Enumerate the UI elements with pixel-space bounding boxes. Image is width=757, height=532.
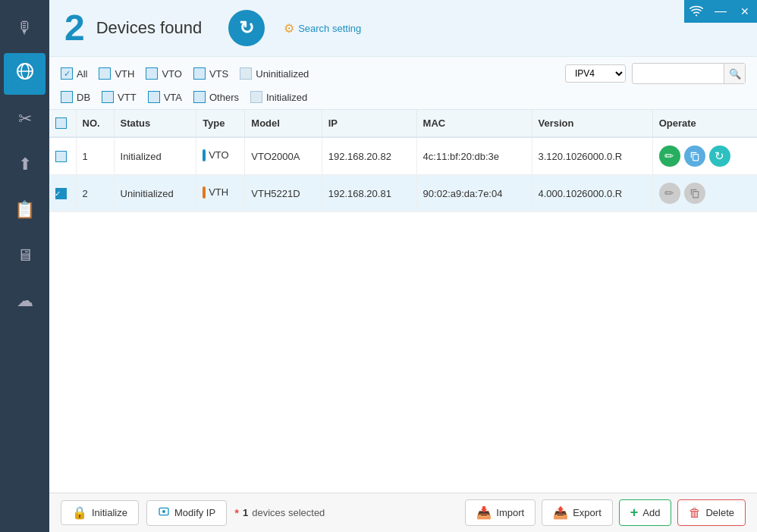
bottom-right-actions: 📥 Import 📤 Export + Add 🗑 Delete [465, 499, 746, 526]
filter-others[interactable]: Others [193, 91, 239, 103]
td-mac-2: 90:02:a9:da:7e:04 [416, 175, 532, 212]
delete-label: Delete [705, 507, 734, 518]
th-model: Model [245, 110, 322, 137]
search-button[interactable]: 🔍 [724, 64, 745, 83]
svg-rect-4 [693, 155, 698, 161]
main-content: 2 Devices found ↻ ⚙ Search setting — ✕ [49, 0, 757, 532]
copy-button-1[interactable] [684, 146, 705, 167]
td-version-1: 3.120.1026000.0.R [532, 137, 652, 175]
filter-db[interactable]: DB [61, 91, 90, 103]
filter-bar: All VTH VTO VTS Uninitialized IPV4 IPV6 [49, 57, 757, 91]
refresh-button[interactable]: ↻ [228, 10, 265, 46]
operate-btns-2: ✏ [659, 183, 751, 204]
sidebar-item-server[interactable]: 🖥 [4, 235, 46, 277]
th-type: Type [196, 110, 245, 137]
row-1-checkbox[interactable] [55, 151, 67, 162]
td-model-1: VTO2000A [245, 137, 322, 175]
import-label: Import [496, 507, 524, 518]
edit-button-2[interactable]: ✏ [659, 183, 680, 204]
filter-vta-label: VTA [164, 92, 182, 103]
type-label-2: VTH [209, 186, 228, 198]
select-all-checkbox[interactable] [55, 117, 67, 129]
row-2-checkbox[interactable]: ✓ [55, 188, 67, 199]
checkbox-others[interactable] [193, 91, 206, 103]
table-row: 1 Initialized VTO VTO2000A 192.168.20.82… [49, 137, 757, 175]
selected-count: 1 [243, 507, 248, 518]
filter-uninitialized-label: Uninitialized [256, 68, 309, 80]
filter-initialized-label: Initialized [266, 92, 307, 103]
filter-vts[interactable]: VTS [193, 67, 228, 80]
filter-all[interactable]: All [61, 67, 87, 80]
initialize-icon: 🔒 [72, 505, 87, 520]
td-status-2: Uninitialized [114, 175, 196, 212]
close-button[interactable]: ✕ [733, 0, 757, 23]
th-mac: MAC [416, 110, 532, 137]
delete-button[interactable]: 🗑 Delete [677, 499, 746, 526]
copy-icon: 📋 [14, 200, 35, 220]
window-controls: — ✕ [684, 0, 757, 23]
search-setting-button[interactable]: ⚙ Search setting [284, 21, 361, 36]
td-operate-2: ✏ [652, 175, 757, 212]
td-ip-1: 192.168.20.82 [322, 137, 416, 175]
checkbox-vta[interactable] [148, 91, 160, 103]
svg-rect-5 [693, 192, 698, 198]
checkbox-uninitialized[interactable] [240, 67, 252, 80]
initialize-button[interactable]: 🔒 Initialize [61, 500, 139, 525]
checkbox-vtt[interactable] [102, 91, 114, 103]
td-ip-2: 192.168.20.81 [322, 175, 416, 212]
selected-info: * 1 devices selected [234, 506, 325, 519]
refresh-button-1[interactable]: ↻ [709, 146, 730, 167]
checkbox-initialized[interactable] [250, 91, 262, 103]
modify-ip-label: Modify IP [174, 507, 215, 518]
filter-vta[interactable]: VTA [148, 91, 182, 103]
export-button[interactable]: 📤 Export [542, 499, 613, 526]
filter-uninitialized[interactable]: Uninitialized [240, 67, 309, 80]
filter-initialized[interactable]: Initialized [250, 91, 307, 103]
svg-point-3 [696, 14, 697, 16]
refresh-icon: ↻ [239, 17, 254, 39]
operate-btns-1: ✏ ↻ [659, 146, 751, 167]
checkbox-vth[interactable] [99, 67, 111, 80]
checkbox-all[interactable] [61, 67, 73, 80]
wifi-icon [684, 0, 708, 23]
cloud-upload-icon: ☁ [17, 291, 33, 311]
svg-point-7 [162, 510, 165, 513]
filter-vto[interactable]: VTO [146, 67, 182, 80]
td-checkbox-2: ✓ [49, 175, 76, 212]
search-magnifier-icon: 🔍 [729, 68, 741, 80]
sidebar-item-microphone[interactable]: 🎙 [4, 8, 46, 49]
sidebar-item-upload[interactable]: ⬆ [4, 144, 46, 186]
th-status: Status [114, 110, 196, 137]
server-icon: 🖥 [17, 246, 33, 265]
minimize-button[interactable]: — [708, 0, 733, 23]
sidebar-item-cloud[interactable]: ☁ [4, 280, 46, 322]
checkbox-vto[interactable] [146, 67, 158, 80]
export-label: Export [573, 507, 602, 518]
table-row: ✓ 2 Uninitialized VTH VTH5221D 192.168.2… [49, 175, 757, 212]
td-operate-1: ✏ ↻ [652, 137, 757, 175]
edit-button-1[interactable]: ✏ [659, 146, 680, 167]
checkbox-vts[interactable] [193, 67, 206, 80]
sidebar-item-network[interactable] [4, 53, 46, 95]
type-badge-2: VTH [203, 186, 228, 199]
copy-button-2[interactable] [684, 183, 705, 204]
filter-vth[interactable]: VTH [99, 67, 134, 80]
add-button[interactable]: + Add [619, 499, 672, 526]
td-checkbox-1 [49, 137, 76, 175]
add-label: Add [642, 507, 660, 518]
search-input[interactable] [633, 66, 724, 81]
modify-ip-button[interactable]: Modify IP [146, 500, 227, 526]
sidebar-item-copy[interactable]: 📋 [4, 189, 46, 231]
table-header-row: NO. Status Type Model IP MAC Version Ope… [49, 110, 757, 137]
checkbox-db[interactable] [61, 91, 73, 103]
sidebar-item-tools[interactable]: ✂ [4, 99, 46, 140]
type-dot-1 [203, 149, 206, 161]
microphone-icon: 🎙 [17, 18, 33, 38]
filter-vth-label: VTH [115, 68, 134, 80]
sidebar: 🎙 ✂ ⬆ 📋 🖥 ☁ [0, 0, 49, 532]
selected-asterisk: * [234, 506, 239, 519]
td-mac-1: 4c:11:bf:20:db:3e [416, 137, 532, 175]
filter-vtt[interactable]: VTT [102, 91, 137, 103]
import-button[interactable]: 📥 Import [465, 499, 536, 526]
ip-version-select[interactable]: IPV4 IPV6 [565, 64, 626, 83]
